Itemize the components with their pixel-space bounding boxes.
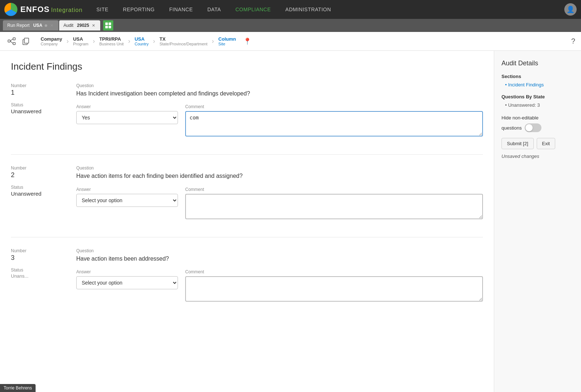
sidebar-qbs-title: Questions By State <box>501 94 574 99</box>
q3-comment-label: Comment <box>185 269 483 274</box>
bc-usa-program-label: USA <box>73 36 83 42</box>
copy-icon[interactable] <box>20 36 32 47</box>
nav-data[interactable]: DATA <box>200 0 228 19</box>
q3-left: Number 3 Status Unans... <box>11 248 76 303</box>
bc-company-label: Company <box>41 36 62 42</box>
sidebar-toggle-row: Hide non-editable questions <box>501 115 574 132</box>
q2-status: Unanswered <box>11 191 76 197</box>
tab-audit-sub: 29025 <box>77 23 89 28</box>
q3-comment-group: Comment <box>185 269 483 303</box>
tab-run-report-close[interactable]: ✕ <box>49 23 54 28</box>
q2-question-label: Question <box>76 166 483 171</box>
bc-tpri[interactable]: TPRI/RPA Business Unit <box>96 36 126 46</box>
top-nav: ENFOSIntegration SITE REPORTING FINANCE … <box>0 0 581 19</box>
bc-tx[interactable]: TX State/Province/Department <box>157 36 210 46</box>
user-tooltip: Torrie Behrens <box>0 384 36 392</box>
question-3: Number 3 Status Unans... Question Have a… <box>11 248 483 306</box>
help-icon[interactable]: ? <box>571 37 575 45</box>
q3-answer-group: Answer Select your option Yes No N/A <box>76 269 178 289</box>
q1-comment-input[interactable]: com <box>185 111 483 136</box>
breadcrumb-bar: Company Company › USA Program › TPRI/RPA… <box>0 32 581 51</box>
q3-number-label: Number <box>11 248 76 253</box>
q3-question-text: Have action items been addressed? <box>76 255 483 263</box>
toggle-thumb <box>525 124 533 131</box>
svg-rect-1 <box>109 23 111 25</box>
bc-company-sub: Company <box>41 42 58 46</box>
q2-number: 2 <box>11 171 76 179</box>
bc-usa-country[interactable]: USA Country <box>132 36 152 46</box>
question-2: Number 2 Status Unanswered Question Have… <box>11 166 483 224</box>
location-icon[interactable]: 📍 <box>243 37 251 45</box>
q2-comment-input[interactable] <box>185 194 483 219</box>
bc-company[interactable]: Company Company <box>38 36 65 46</box>
submit-button[interactable]: Submit [2] <box>501 138 534 149</box>
svg-rect-5 <box>13 38 15 40</box>
tab-run-report[interactable]: Run Report USA ✕ <box>3 20 58 30</box>
q2-number-label: Number <box>11 166 76 171</box>
q2-answer-select[interactable]: Select your option Yes No N/A <box>76 194 178 207</box>
q3-answer-row: Answer Select your option Yes No N/A Com… <box>76 269 483 303</box>
user-avatar[interactable]: 👤 <box>564 3 577 16</box>
hide-noneditable-toggle[interactable] <box>525 123 541 132</box>
q1-right: Question Has Incident investigation been… <box>76 83 483 138</box>
tab-run-report-sub: USA <box>33 23 42 28</box>
nav-finance[interactable]: FINANCE <box>162 0 200 19</box>
tab-audit[interactable]: Audit 29025 ✕ <box>59 20 101 30</box>
bc-usa-program[interactable]: USA Program <box>70 36 91 46</box>
q1-comment-label: Comment <box>185 104 483 109</box>
q1-status: Unanswered <box>11 108 76 114</box>
q1-answer-select[interactable]: Select your option Yes No N/A <box>76 111 178 124</box>
svg-rect-0 <box>105 23 108 25</box>
question-1: Number 1 Status Unanswered Question Has … <box>11 83 483 141</box>
bc-tx-sub: State/Province/Department <box>159 42 207 46</box>
tab-icon-button[interactable] <box>103 20 113 30</box>
nav-administration[interactable]: ADMINISTRATION <box>278 0 338 19</box>
svg-rect-3 <box>109 26 111 28</box>
svg-rect-4 <box>8 40 10 42</box>
q3-answer-select[interactable]: Select your option Yes No N/A <box>76 276 178 289</box>
q3-status: Unans... <box>11 273 76 279</box>
sidebar-incident-findings-link[interactable]: Incident Findings <box>501 82 574 87</box>
bc-column[interactable]: Column Site <box>215 36 239 46</box>
tab-audit-label: Audit <box>64 23 73 28</box>
svg-rect-2 <box>105 26 108 28</box>
nav-site[interactable]: SITE <box>89 0 115 19</box>
grid-icon <box>105 22 111 29</box>
tab-audit-close[interactable]: ✕ <box>91 23 96 28</box>
bc-usa-program-sub: Program <box>73 42 88 46</box>
sidebar-toggle-label: Hide non-editable <box>501 115 574 121</box>
q1-question-text: Has Incident investigation been complete… <box>76 90 483 98</box>
q3-comment-input[interactable] <box>185 276 483 302</box>
q1-answer-group: Answer Select your option Yes No N/A <box>76 104 178 124</box>
tab-run-report-label: Run Report <box>7 23 29 28</box>
page-title: Incident Findings <box>11 61 483 72</box>
q2-question-text: Have action items for each finding been … <box>76 172 483 180</box>
q1-question-label: Question <box>76 83 483 88</box>
nav-items: SITE REPORTING FINANCE DATA COMPLIANCE A… <box>89 0 564 19</box>
main-layout: Incident Findings Number 1 Status Unansw… <box>0 51 581 392</box>
q2-status-label: Status <box>11 185 76 190</box>
bc-usa-country-label: USA <box>135 36 145 42</box>
q2-answer-group: Answer Select your option Yes No N/A <box>76 187 178 207</box>
tab-run-report-dot <box>45 24 47 27</box>
q2-answer-row: Answer Select your option Yes No N/A Com… <box>76 187 483 220</box>
svg-rect-6 <box>13 42 15 45</box>
q1-comment-group: Comment com <box>185 104 483 138</box>
logo-text: ENFOSIntegration <box>20 5 82 14</box>
svg-line-7 <box>10 39 13 41</box>
q1-number: 1 <box>11 89 76 97</box>
nav-reporting[interactable]: REPORTING <box>116 0 162 19</box>
q1-answer-row: Answer Select your option Yes No N/A Com… <box>76 104 483 138</box>
sidebar-btn-row: Submit [2] Exit <box>501 138 574 149</box>
hierarchy-icon[interactable] <box>6 36 17 47</box>
svg-line-8 <box>10 41 13 44</box>
q3-answer-label: Answer <box>76 269 178 274</box>
exit-button[interactable]: Exit <box>537 138 556 149</box>
q1-left: Number 1 Status Unanswered <box>11 83 76 138</box>
bc-tx-label: TX <box>159 36 166 42</box>
divider-2 <box>11 237 483 237</box>
bc-usa-country-sub: Country <box>135 42 149 46</box>
unsaved-changes: Unsaved changes <box>501 154 574 159</box>
q3-status-label: Status <box>11 268 76 273</box>
nav-compliance[interactable]: COMPLIANCE <box>228 0 278 19</box>
